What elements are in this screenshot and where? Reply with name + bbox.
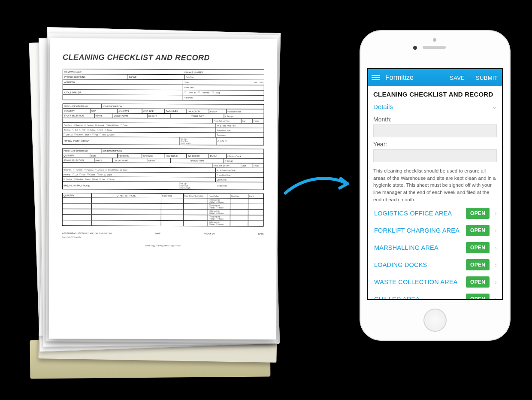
area-name: CHILLER AREA <box>374 296 462 300</box>
app-title: Formitize <box>385 74 414 82</box>
phone-camera <box>413 46 417 50</box>
paper-label: Will Call <box>189 91 196 94</box>
details-label: Details <box>373 103 393 110</box>
area-name: LOGISTICS OFFICE AREA <box>374 210 462 217</box>
chevron-right-icon: › <box>493 296 499 300</box>
paper-label: ORDER READ, APPROVED AND OK TO PRINT BY <box>62 232 112 234</box>
year-label: Year: <box>373 141 497 148</box>
chevron-down-icon: ⌄ <box>492 103 497 110</box>
area-row[interactable]: LOGISTICS OFFICE AREA OPEN › <box>368 205 502 222</box>
phone-speaker <box>423 46 446 49</box>
open-button[interactable]: OPEN <box>466 242 490 253</box>
paper-label: Rec'd <box>249 195 254 197</box>
open-button[interactable]: OPEN <box>466 225 490 236</box>
paper-label: CITY, STATE, ZIP <box>64 91 81 94</box>
paper-label: PROOF OK <box>204 232 215 235</box>
area-row[interactable]: LOADING DOCKS OPEN › <box>368 256 502 273</box>
paper-label: Trade Shop <box>162 194 172 197</box>
chevron-right-icon: › <box>493 244 499 251</box>
home-button[interactable] <box>423 309 447 332</box>
paper-label: DATE <box>155 232 160 235</box>
area-list: LOGISTICS OFFICE AREA OPEN › FORKLIFT CH… <box>368 205 502 300</box>
paper-label: PM <box>260 82 263 84</box>
phone-screen: Formitize SAVE SUBMIT CLEANING CHECKLIST… <box>367 68 503 300</box>
area-row[interactable]: CHILLER AREA OPEN › <box>368 291 502 300</box>
menu-icon[interactable] <box>372 75 380 80</box>
month-input[interactable] <box>373 124 497 137</box>
paper-label: Delivery <box>203 91 209 94</box>
details-section-header[interactable]: Details ⌄ <box>368 100 502 113</box>
paper-label: Due Date <box>231 195 239 197</box>
paper-label: PHONE <box>129 76 136 78</box>
paper-label: New Orders <box>209 195 219 197</box>
paper-label: Call Dates <box>184 97 193 99</box>
paper-label: ADDRESS <box>64 81 75 83</box>
phone-sensor <box>433 38 436 42</box>
paper-label: COMPANY NAME <box>64 70 82 73</box>
area-name: MARSHALLING AREA <box>374 244 462 251</box>
save-button[interactable]: SAVE <box>450 75 465 81</box>
area-row[interactable]: FORKLIFT CHARGING AREA OPEN › <box>368 222 502 239</box>
paper-form: CLEANING CHECKLIST AND RECORD COMPANY NA… <box>49 38 277 339</box>
chevron-right-icon: › <box>493 227 499 234</box>
paper-label: Form 541-6 Printed for: <box>62 236 82 238</box>
year-input[interactable] <box>373 149 497 162</box>
paper-title: CLEANING CHECKLIST AND RECORD <box>63 53 264 63</box>
paper-label: White Copy — Billing Yellow Copy — File <box>145 245 180 247</box>
area-row[interactable]: MARSHALLING AREA OPEN › <box>368 239 502 256</box>
form-description: This cleaning checklist should be used t… <box>368 163 502 205</box>
open-button[interactable]: OPEN <box>466 208 490 219</box>
paper-label: Proof Date <box>184 86 194 88</box>
chevron-right-icon: › <box>493 279 499 285</box>
arrow-icon <box>283 172 356 202</box>
paper-label: Ship <box>216 91 220 94</box>
open-button[interactable]: OPEN <box>466 294 490 300</box>
app-bar: Formitize SAVE SUBMIT <box>368 69 502 86</box>
open-button[interactable]: OPEN <box>466 259 490 270</box>
chevron-right-icon: › <box>493 210 499 217</box>
area-row[interactable]: WASTE COLLECTION AREA OPEN › <box>368 273 502 291</box>
paper-label: DATE <box>258 233 264 235</box>
area-name: LOADING DOCKS <box>374 261 462 268</box>
area-name: FORKLIFT CHARGING AREA <box>374 227 462 234</box>
month-label: Month: <box>373 116 497 123</box>
open-button[interactable]: OPEN <box>466 276 490 288</box>
paper-label: PERSON ORDERING <box>64 76 85 78</box>
paper-label: INVOICE NUMBER <box>184 71 203 73</box>
phone-mockup: Formitize SAVE SUBMIT CLEANING CHECKLIST… <box>360 30 511 341</box>
paper-label: ☐ <box>212 91 214 94</box>
chevron-right-icon: › <box>493 261 499 268</box>
paper-stack: CLEANING CHECKLIST AND RECORD COMPANY NA… <box>26 13 279 386</box>
paper-label: AM <box>254 82 257 84</box>
area-name: WASTE COLLECTION AREA <box>374 279 462 285</box>
submit-button[interactable]: SUBMIT <box>476 75 498 81</box>
paper-label: QUANTITY <box>63 194 74 197</box>
paper-label: ☐ <box>198 91 200 94</box>
paper-label: Time <box>184 81 189 83</box>
paper-label: OTHER SERVICES <box>117 194 136 197</box>
paper-label: Date Due <box>186 76 194 78</box>
paper-label: Date Order Submitted <box>184 195 203 197</box>
form-title: CLEANING CHECKLIST AND RECORD <box>368 86 502 100</box>
paper-label: ☐ <box>184 91 186 94</box>
